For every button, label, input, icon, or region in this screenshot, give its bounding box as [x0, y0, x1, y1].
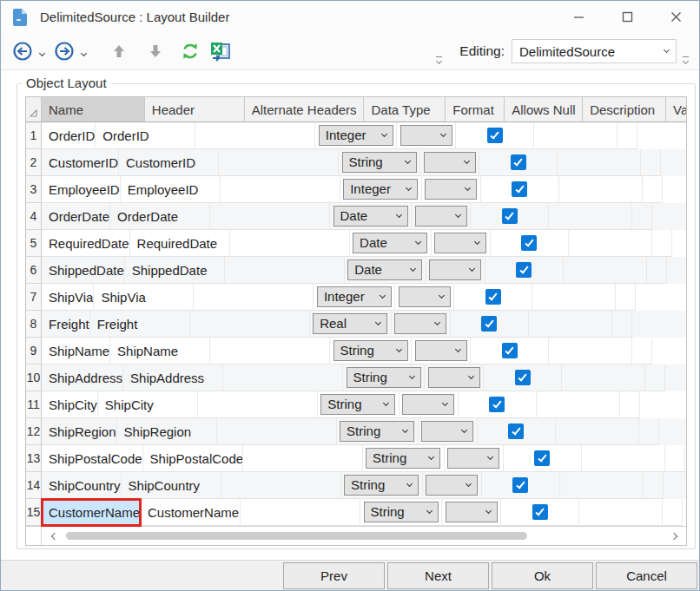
header-cell[interactable]: Freight [90, 311, 190, 338]
next-button[interactable]: Next [387, 562, 489, 589]
format-dropdown[interactable] [399, 286, 451, 307]
data-type-dropdown[interactable]: Date [347, 259, 422, 280]
data-type-dropdown[interactable]: String [342, 152, 417, 173]
value-cell-clipped[interactable] [663, 499, 683, 526]
description-cell[interactable] [534, 122, 617, 149]
description-cell[interactable] [560, 472, 644, 499]
row-number-cell[interactable]: 14 [26, 472, 42, 499]
scrollbar-thumb[interactable] [66, 532, 527, 540]
value-cell-clipped[interactable] [612, 311, 632, 338]
allows-null-checkbox[interactable] [534, 450, 550, 466]
row-number-cell[interactable]: 13 [26, 445, 42, 472]
row-number-cell[interactable]: 9 [26, 338, 42, 364]
value-cell-clipped[interactable] [620, 391, 640, 418]
value-cell-clipped[interactable] [645, 364, 665, 391]
description-cell[interactable] [537, 391, 620, 418]
name-cell[interactable]: OrderID [42, 122, 96, 149]
row-number-cell[interactable]: 2 [26, 149, 42, 176]
value-cell-clipped[interactable] [632, 203, 652, 230]
format-dropdown[interactable] [429, 259, 481, 280]
alternate-headers-cell[interactable] [190, 311, 310, 338]
description-cell[interactable] [582, 445, 665, 472]
move-down-button[interactable] [145, 37, 166, 65]
allows-null-checkbox[interactable] [521, 235, 537, 251]
forward-button[interactable] [51, 37, 77, 65]
editing-combobox[interactable]: DelimitedSource [512, 39, 677, 63]
data-type-dropdown[interactable]: String [344, 475, 419, 496]
forward-dropdown-chevron-icon[interactable] [81, 49, 87, 56]
row-number-cell[interactable]: 1 [26, 122, 42, 149]
minimize-button[interactable] [564, 6, 593, 29]
alternate-headers-cell[interactable] [230, 230, 350, 257]
format-dropdown[interactable] [394, 313, 446, 334]
allows-null-checkbox[interactable] [511, 154, 526, 170]
alternate-headers-cell[interactable] [221, 472, 341, 499]
column-header-alternate-headers[interactable]: Alternate Headers [245, 97, 365, 122]
header-cell[interactable]: OrderID [96, 122, 195, 149]
alternate-headers-cell[interactable] [219, 149, 339, 176]
description-cell[interactable] [549, 338, 632, 364]
name-cell[interactable]: ShippedDate [42, 257, 125, 284]
row-number-cell[interactable]: 11 [26, 391, 42, 418]
allows-null-checkbox[interactable] [508, 424, 524, 439]
column-header-allows-null[interactable]: Allows Null [505, 97, 583, 122]
data-type-dropdown[interactable]: String [347, 367, 421, 388]
allows-null-checkbox[interactable] [512, 181, 527, 197]
row-number-cell[interactable]: 7 [26, 284, 42, 311]
scroll-left-button[interactable] [42, 534, 64, 539]
data-type-dropdown[interactable]: String [366, 448, 440, 469]
alternate-headers-cell[interactable] [210, 338, 330, 364]
name-cell[interactable]: ShipCountry [42, 472, 122, 499]
alternate-headers-cell[interactable] [217, 418, 337, 445]
row-number-cell[interactable]: 5 [26, 230, 42, 257]
header-cell[interactable]: CustomerID [119, 149, 219, 176]
header-cell[interactable]: EmployeeID [121, 176, 221, 203]
alternate-headers-cell[interactable] [225, 257, 345, 284]
data-type-dropdown[interactable]: String [364, 502, 439, 522]
format-dropdown[interactable] [424, 152, 476, 173]
header-cell[interactable]: ShipName [110, 338, 210, 364]
format-dropdown[interactable] [415, 206, 467, 227]
header-cell[interactable]: RequiredDate [130, 230, 230, 257]
value-cell-clipped[interactable] [617, 122, 637, 149]
column-header-header[interactable]: Header [145, 97, 245, 122]
scroll-right-button[interactable] [664, 534, 686, 539]
value-cell-clipped[interactable] [643, 176, 663, 203]
row-number-cell[interactable]: 10 [26, 364, 42, 391]
row-number-cell[interactable]: 12 [26, 418, 42, 445]
allows-null-checkbox[interactable] [487, 128, 503, 143]
back-dropdown-chevron-icon[interactable] [39, 49, 45, 56]
description-cell[interactable] [569, 230, 652, 257]
maximize-button[interactable] [612, 6, 642, 29]
column-header-description[interactable]: Description [583, 97, 666, 122]
format-dropdown[interactable] [421, 421, 473, 442]
name-cell[interactable]: ShipCity [42, 391, 98, 418]
alternate-headers-cell[interactable] [194, 284, 314, 311]
allows-null-checkbox[interactable] [502, 343, 518, 358]
description-cell[interactable] [556, 418, 639, 445]
back-button[interactable] [10, 37, 36, 65]
scrollbar-track[interactable] [64, 527, 664, 545]
close-button[interactable] [661, 6, 690, 29]
row-number-cell[interactable]: 8 [26, 311, 42, 338]
alternate-headers-cell[interactable] [210, 203, 330, 230]
format-dropdown[interactable] [400, 125, 452, 146]
name-cell[interactable]: EmployeeID [42, 176, 121, 203]
description-cell[interactable] [558, 149, 641, 176]
alternate-headers-cell[interactable] [243, 445, 363, 472]
format-dropdown[interactable] [402, 394, 454, 415]
data-type-dropdown[interactable]: Integer [317, 286, 392, 307]
row-number-cell[interactable]: 4 [26, 203, 42, 230]
grid-corner-header[interactable] [26, 97, 42, 122]
horizontal-scrollbar[interactable] [26, 526, 686, 545]
alternate-headers-cell[interactable] [241, 499, 360, 526]
ok-button[interactable]: Ok [492, 562, 593, 589]
name-cell[interactable]: ShipName [42, 338, 110, 364]
header-cell[interactable]: ShipAddress [123, 364, 223, 391]
name-cell[interactable]: CustomerName [42, 499, 141, 526]
allows-null-checkbox[interactable] [516, 262, 532, 278]
alternate-headers-cell[interactable] [198, 391, 318, 418]
name-cell[interactable]: ShipRegion [42, 418, 117, 445]
header-cell[interactable]: ShipVia [94, 284, 194, 311]
description-cell[interactable] [559, 176, 643, 203]
